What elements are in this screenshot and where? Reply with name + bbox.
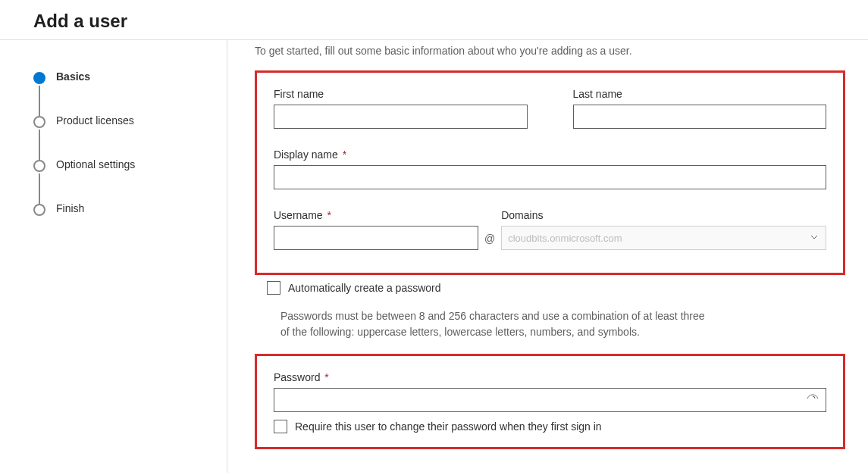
username-label: Username * bbox=[274, 209, 478, 221]
step-label: Optional settings bbox=[56, 158, 135, 202]
basics-highlight-box: First name Last name Display name * bbox=[255, 70, 845, 275]
step-label: Basics bbox=[56, 70, 90, 114]
domain-group: Domains bbox=[501, 209, 826, 250]
auto-password-label: Automatically create a password bbox=[288, 282, 441, 294]
intro-text: To get started, fill out some basic info… bbox=[255, 40, 845, 57]
username-domain-row: Username * @ Domains bbox=[274, 209, 826, 250]
page-title: Add a user bbox=[33, 11, 835, 32]
domain-select[interactable] bbox=[501, 226, 826, 250]
form-area: To get started, fill out some basic info… bbox=[227, 40, 868, 473]
auto-password-row: Automatically create a password bbox=[267, 281, 845, 295]
display-name-label: Display name * bbox=[274, 148, 826, 161]
step-label: Finish bbox=[56, 202, 84, 214]
step-circle-icon bbox=[33, 160, 45, 172]
main-container: Basics Product licenses Optional setting… bbox=[0, 40, 868, 473]
display-name-group: Display name * bbox=[274, 148, 826, 189]
wizard-step-product-licenses[interactable]: Product licenses bbox=[33, 114, 212, 158]
domains-label: Domains bbox=[501, 209, 826, 221]
at-symbol: @ bbox=[484, 233, 495, 250]
step-connector bbox=[39, 86, 40, 117]
step-circle-icon bbox=[33, 204, 45, 216]
wizard-step-optional-settings[interactable]: Optional settings bbox=[33, 158, 212, 202]
require-change-checkbox[interactable] bbox=[274, 420, 287, 433]
page-header: Add a user bbox=[0, 0, 868, 40]
label-text: Username bbox=[274, 209, 323, 221]
display-name-input[interactable] bbox=[274, 165, 826, 189]
password-group: Password * bbox=[274, 371, 826, 412]
require-change-row: Require this user to change their passwo… bbox=[274, 420, 826, 433]
wizard-steps-list: Basics Product licenses Optional setting… bbox=[33, 70, 212, 216]
username-input[interactable] bbox=[274, 226, 478, 250]
label-text: Password bbox=[274, 371, 320, 383]
required-marker: * bbox=[324, 371, 328, 383]
password-label: Password * bbox=[274, 371, 826, 383]
last-name-input[interactable] bbox=[573, 105, 827, 129]
username-group: Username * bbox=[274, 209, 478, 250]
wizard-sidebar: Basics Product licenses Optional setting… bbox=[0, 40, 227, 473]
first-name-group: First name bbox=[274, 88, 528, 129]
required-marker: * bbox=[343, 148, 346, 161]
label-text: Display name bbox=[274, 148, 338, 161]
display-name-row: Display name * bbox=[274, 148, 826, 189]
first-name-input[interactable] bbox=[274, 105, 528, 129]
step-circle-icon bbox=[33, 116, 45, 128]
last-name-label: Last name bbox=[573, 88, 827, 100]
password-highlight-box: Password * Require this user to change t… bbox=[255, 354, 845, 449]
auto-password-checkbox[interactable] bbox=[267, 281, 280, 295]
last-name-group: Last name bbox=[573, 88, 827, 129]
first-name-label: First name bbox=[274, 88, 528, 100]
require-change-label: Require this user to change their passwo… bbox=[295, 420, 602, 433]
password-hint: Passwords must be between 8 and 256 char… bbox=[280, 308, 705, 340]
wizard-step-finish[interactable]: Finish bbox=[33, 202, 212, 216]
required-marker: * bbox=[327, 209, 331, 221]
step-circle-icon bbox=[33, 72, 45, 84]
wizard-step-basics[interactable]: Basics bbox=[33, 70, 212, 114]
step-label: Product licenses bbox=[56, 114, 134, 158]
step-connector bbox=[39, 173, 40, 205]
eye-icon[interactable] bbox=[807, 392, 819, 408]
step-connector bbox=[39, 130, 40, 161]
name-row: First name Last name bbox=[274, 88, 826, 129]
password-input[interactable] bbox=[274, 388, 826, 412]
